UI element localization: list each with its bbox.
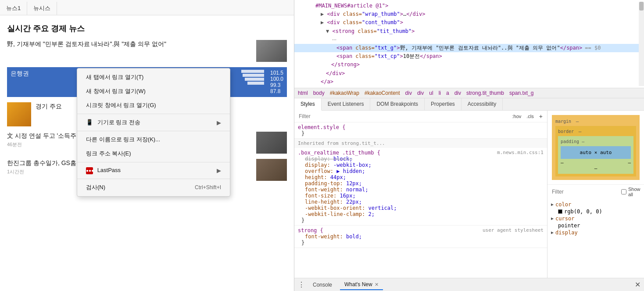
- computed-cursor-val: pointer: [558, 223, 580, 229]
- html-line[interactable]: ···: [294, 36, 639, 44]
- style-prop: height: 44px;: [298, 174, 544, 180]
- show-all-label: Show all: [628, 187, 641, 197]
- tab-styles[interactable]: Styles: [294, 98, 322, 111]
- breadcrumb-ul[interactable]: ul: [429, 90, 435, 96]
- content-val: auto × auto: [580, 150, 612, 155]
- context-menu-item-save-link[interactable]: 다른 이름으로 링크 저장(K)...: [77, 133, 230, 147]
- submenu-arrow-icon: ▶: [217, 167, 221, 174]
- style-prop: -webkit-box-orient: vertical;: [298, 205, 544, 211]
- computed-color-rgb: rgb(0, 0, 0): [564, 208, 602, 215]
- breadcrumb-strong[interactable]: strong.tit_thumb: [466, 90, 506, 96]
- context-menu-item-send-device[interactable]: 📱 기기로 링크 전송 ▶: [77, 115, 230, 129]
- news-tabs: 뉴스1 뉴시스: [0, 0, 294, 15]
- styles-filter-row: :hov .cls +: [294, 111, 547, 122]
- devtools-close-button[interactable]: ✕: [635, 280, 640, 289]
- breadcrumb-div1[interactable]: div: [405, 90, 414, 96]
- style-prop: overflow: ▶ hidden;: [298, 168, 544, 174]
- console-menu-button[interactable]: ⋮: [298, 280, 305, 289]
- html-line: ▼ <strong class="tit_thumb">: [294, 27, 639, 36]
- context-menu-item-copy-link[interactable]: 링크 주소 복사(E): [77, 147, 230, 161]
- padding-dash-left: –: [561, 160, 564, 165]
- breadcrumb-span[interactable]: span.txt_g: [509, 90, 533, 96]
- console-tab[interactable]: Console: [308, 280, 336, 290]
- style-block-close: }: [298, 217, 544, 223]
- devtools-console-bar: ⋮ Console What's New ✕ ✕: [294, 278, 644, 291]
- computed-prop-name: cursor: [555, 216, 574, 222]
- tab-event-listeners[interactable]: Event Listeners: [322, 98, 371, 110]
- computed-item-display: ▶ display: [551, 229, 640, 237]
- html-line: #MAIN_NEWS#article @1">: [294, 2, 639, 10]
- breadcrumb-html[interactable]: html: [298, 90, 310, 96]
- news-item-image: [256, 40, 287, 62]
- breadcrumb-div2[interactable]: div: [417, 90, 426, 96]
- padding-label: padding –: [561, 139, 584, 144]
- context-menu-item-inspect[interactable]: 검사(N) Ctrl+Shift+I: [77, 180, 230, 194]
- pseudo-class-button[interactable]: :hov: [511, 113, 523, 120]
- context-menu-separator: [77, 131, 230, 131]
- computed-cursor-value: pointer: [551, 223, 640, 229]
- padding-dash-right: –: [628, 160, 631, 165]
- style-block-element: element.style { }: [294, 122, 547, 139]
- computed-prop-name: display: [555, 230, 578, 236]
- styles-filter-input[interactable]: [297, 112, 509, 120]
- breadcrumb-kakao-content[interactable]: #kakaoContent: [365, 90, 402, 96]
- computed-item-color: ▶ color: [551, 201, 640, 208]
- padding-bottom-dash: –: [561, 165, 631, 171]
- tab-dom-breakpoints[interactable]: DOM Breakpoints: [370, 98, 425, 110]
- breadcrumb-li[interactable]: li: [439, 90, 443, 96]
- context-menu-item-new-tab[interactable]: 새 탭에서 링크 열기(T): [77, 70, 230, 84]
- computed-expand-arrow[interactable]: ▶: [551, 216, 554, 221]
- context-menu-item-lastpass[interactable]: ●●● LastPass ▶: [77, 164, 230, 177]
- context-menu-separator: [77, 179, 230, 179]
- color-swatch: [558, 209, 562, 214]
- tab-accessibility[interactable]: Accessibility: [462, 98, 503, 110]
- breadcrumb-body[interactable]: body: [313, 90, 326, 96]
- breadcrumb-kakao-wrap[interactable]: #kakaoWrap: [330, 90, 361, 96]
- computed-color-value: rgb(0, 0, 0): [551, 208, 640, 215]
- context-menu: 새 탭에서 링크 열기(T) 새 창에서 링크 열기(W) 시크릿 창에서 링크…: [77, 68, 230, 197]
- style-source-ua: user agent stylesheet: [483, 227, 544, 233]
- shortcut-label: Ctrl+Shift+I: [195, 184, 221, 190]
- context-menu-item-new-window[interactable]: 새 창에서 링크 열기(W): [77, 84, 230, 98]
- style-selector-line: .box_realtime .tit_thumb { m.news.min.cs…: [298, 150, 544, 156]
- whats-new-tab[interactable]: What's New ✕: [340, 280, 383, 290]
- news-item-image: [256, 159, 287, 181]
- computed-filter-input[interactable]: [550, 188, 619, 196]
- computed-expand-arrow[interactable]: ▶: [551, 202, 554, 207]
- context-menu-item-incognito[interactable]: 시크릿 창에서 링크 열기(G): [77, 98, 230, 112]
- add-style-button[interactable]: +: [537, 113, 544, 120]
- console-tab-close[interactable]: ✕: [375, 282, 379, 287]
- html-source: #MAIN_NEWS#article @1"> ▶ <div class="wr…: [294, 0, 644, 88]
- cls-button[interactable]: .cls: [525, 113, 536, 120]
- lastpass-icon: ●●●: [86, 167, 93, 174]
- box-margin: margin – border – padding – auto × auto: [552, 115, 640, 180]
- style-prop: font-weight: normal;: [298, 187, 544, 193]
- news-tab-1[interactable]: 뉴스1: [0, 2, 27, 15]
- inherited-label: Inherited from strong.tit_t...: [294, 139, 547, 148]
- style-prop: display: block;: [298, 156, 544, 162]
- computed-item-cursor: ▶ cursor: [551, 215, 640, 223]
- expand-dots-button[interactable]: ···: [331, 36, 337, 43]
- html-line: </a>: [294, 78, 639, 86]
- computed-expand-arrow[interactable]: ▶: [551, 230, 554, 235]
- news-item-title[interactable]: 野, 기재부에 "민부론 검토자료 내놔라".與 "제출 의무 없어": [7, 40, 252, 49]
- device-icon: 📱: [86, 119, 93, 126]
- html-line: <span class="txt_cp">10분전</span>: [294, 52, 639, 61]
- styles-content: element.style { } Inherited from strong.…: [294, 122, 547, 278]
- style-source[interactable]: m.news.min.css:1: [497, 150, 544, 155]
- news-tab-2[interactable]: 뉴시스: [27, 2, 57, 15]
- style-prop: font-size: 16px;: [298, 193, 544, 199]
- breadcrumb-div3[interactable]: div: [454, 90, 463, 96]
- style-prop: font-weight: bold;: [298, 234, 544, 240]
- show-all-checkbox[interactable]: [621, 189, 626, 194]
- tab-properties[interactable]: Properties: [425, 98, 462, 110]
- html-scrollbar[interactable]: [639, 2, 644, 86]
- devtools-tabs: Styles Event Listeners DOM Breakpoints P…: [294, 98, 644, 111]
- news-item-image: [256, 132, 287, 154]
- list-item: 野, 기재부에 "민부론 검토자료 내놔라".與 "제출 의무 없어": [7, 40, 287, 62]
- margin-dash: –: [576, 119, 579, 124]
- html-line-selected[interactable]: <span class="txt_g">野, 기재부에 "민부론 검토자료 내놔…: [294, 44, 639, 52]
- html-line: </strong>: [294, 61, 639, 69]
- breadcrumb-a[interactable]: a: [446, 90, 451, 96]
- box-border: border – padding – auto × auto – –: [555, 126, 636, 176]
